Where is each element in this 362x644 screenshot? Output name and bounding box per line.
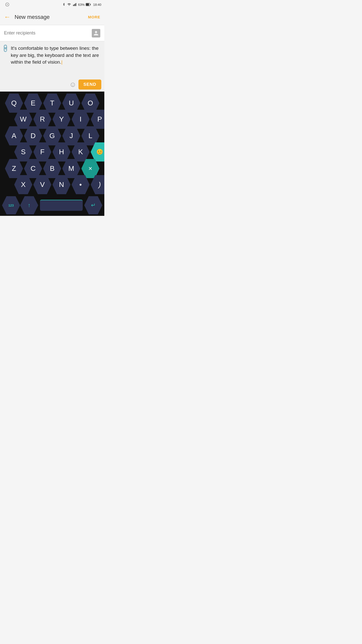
key-n[interactable]: N [53,175,71,194]
signal-icon [73,3,77,6]
keyboard-row-6: X V N • ) [10,175,104,194]
time-display: 18:40 [93,3,101,7]
emoji-button[interactable]: ☺ [69,80,76,89]
svg-point-0 [7,4,8,5]
enter-key[interactable]: ↵ [84,196,102,214]
keyboard-row-4: S F H K 😊 [10,142,104,162]
attachment-button[interactable]: 🔗 [1,44,10,53]
battery-text: 63% [78,3,84,7]
svg-rect-5 [76,3,76,6]
key-y[interactable]: Y [53,110,71,129]
contact-picker-button[interactable] [92,29,100,37]
more-button[interactable]: MORE [88,15,100,19]
svg-rect-4 [75,4,75,6]
key-k[interactable]: K [72,142,90,162]
key-f[interactable]: F [33,142,52,162]
shift-key[interactable]: ↑ [20,196,38,214]
bluetooth-icon [62,2,66,7]
battery-icon [86,3,91,6]
svg-rect-7 [86,3,89,6]
space-bar[interactable] [40,200,83,211]
send-button[interactable]: SEND [78,79,101,90]
back-button[interactable]: ← [4,13,11,21]
key-r[interactable]: R [33,110,52,129]
keyboard-row-2: W R Y I P [10,110,104,129]
app-bar: ← New message MORE [0,9,104,25]
key-s[interactable]: S [14,142,32,162]
key-apostrophe[interactable]: ) [91,175,105,194]
svg-rect-8 [90,4,91,5]
message-input[interactable]: It's comfortable to type between lines: … [11,44,102,66]
svg-rect-3 [74,4,75,6]
compose-toolbar: ☺ SEND [2,79,102,90]
key-v[interactable]: V [33,175,52,194]
wifi-icon [67,3,71,6]
key-h[interactable]: H [53,142,71,162]
message-text-content: It's comfortable to type between lines: … [11,46,99,65]
numbers-key[interactable]: 123 [2,196,20,214]
key-w[interactable]: W [14,110,32,129]
key-x[interactable]: X [14,175,32,194]
space-bar-wrap [38,200,84,211]
svg-rect-2 [73,5,74,6]
key-p[interactable]: P [91,110,105,129]
key-dot[interactable]: • [72,175,90,194]
keyboard: Q E T U O W R Y I P A D G J L S F H K 😊 … [0,92,104,216]
text-cursor: | [61,59,63,65]
key-i[interactable]: I [72,110,90,129]
compose-area: 🔗 It's comfortable to type between lines… [0,41,104,92]
recipients-bar [0,25,104,41]
recipients-input[interactable] [4,30,92,36]
page-title: New message [15,14,88,20]
key-emoji[interactable]: 😊 [91,142,105,162]
keyboard-bottom-row: 123 ↑ ↵ [1,195,104,215]
status-bar: 63% 18:40 [0,0,104,9]
